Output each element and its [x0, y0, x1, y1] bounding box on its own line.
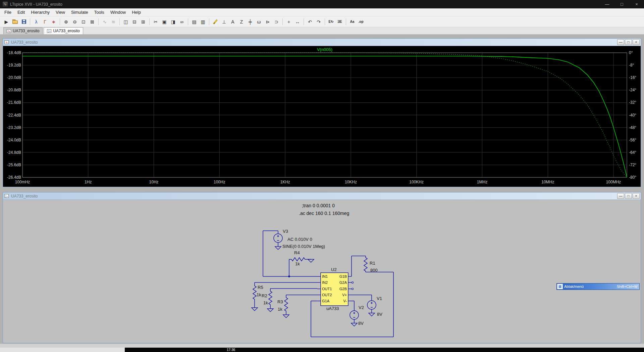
waveform-tab-icon: ∿ [7, 29, 11, 33]
print-preview-icon[interactable]: ▥ [199, 17, 207, 26]
menu-item-window[interactable]: Window [107, 8, 129, 16]
v2-value-label[interactable]: 8V [358, 321, 364, 326]
r3-value-label[interactable]: 1k [278, 307, 282, 312]
plot-restore-button[interactable]: □ [625, 39, 632, 45]
plot-settings-icon[interactable]: ∿ [100, 17, 109, 26]
menu-item-help[interactable]: Help [129, 8, 144, 16]
autorange-icon[interactable]: ≋ [109, 17, 118, 26]
u2-pin-right-4: V- [343, 299, 347, 303]
v1-value-label[interactable]: 8V [377, 312, 382, 317]
r1-ref-label[interactable]: R1 [370, 261, 375, 266]
waveform-plot-canvas[interactable]: -18.4dB-19.2dB-20.0dB-20.8dB-21.6dB-22.4… [3, 46, 641, 187]
save-icon[interactable] [19, 17, 28, 26]
trace-magnitude[interactable] [22, 56, 627, 177]
rotate-icon[interactable]: E↻ [327, 17, 335, 26]
schem-restore-button[interactable]: □ [625, 193, 632, 199]
mirror-icon[interactable]: ƎE [335, 17, 344, 26]
schem-minimize-button[interactable]: — [617, 193, 624, 199]
toolbar-separator [209, 18, 209, 25]
plot-close-button[interactable]: × [633, 39, 640, 45]
r4-ref-label[interactable]: R4 [294, 250, 300, 255]
menu-item-hierarchy[interactable]: Hierarchy [28, 8, 53, 16]
resistor-icon[interactable]: Z [237, 17, 246, 26]
zoom-area-icon[interactable]: ⊠ [88, 17, 97, 26]
label-net-icon[interactable]: A [228, 17, 237, 26]
waveform-window-icon: ∿ [4, 40, 9, 44]
move-icon[interactable]: + [284, 17, 293, 26]
wire-icon[interactable] [211, 17, 220, 26]
waveform-window-titlebar[interactable]: ∿ UA733_erosito — □ × [3, 39, 641, 46]
copy-icon[interactable]: ▣ [160, 17, 169, 26]
tab-2-schematic[interactable]: ▷UA733_erosito [44, 27, 83, 34]
text-icon[interactable]: Aa [348, 17, 357, 26]
drag-icon[interactable]: ↔ [293, 17, 302, 26]
menu-item-edit[interactable]: Edit [14, 8, 28, 16]
zoom-in-icon[interactable]: ⊕ [62, 17, 70, 26]
diode-icon[interactable]: ⊳ [263, 17, 272, 26]
v2-ref-label[interactable]: V2 [359, 305, 364, 310]
tile-horizontal-icon[interactable]: ⊟ [130, 17, 139, 26]
titlebar[interactable]: ∿ LTspice XVII - UA733_erosito — □ × [0, 0, 644, 8]
r3-ref-label[interactable]: R3 [277, 299, 283, 304]
plot-minimize-button[interactable]: — [617, 39, 624, 45]
vsource-v3[interactable] [274, 234, 282, 243]
menu-item-simulate[interactable]: Simulate [68, 8, 91, 16]
u2-ref-label[interactable]: U2 [331, 267, 337, 272]
zoom-out-icon[interactable]: ⊖ [70, 17, 79, 26]
tile-vertical-icon[interactable]: ◫ [121, 17, 130, 26]
resistor-r4[interactable] [291, 258, 305, 261]
v1-ref-label[interactable]: V1 [377, 296, 382, 301]
spice-directive-icon[interactable]: .op [357, 17, 365, 26]
run-icon[interactable]: ▶ [2, 17, 11, 26]
v3-ref-label[interactable]: V3 [283, 229, 288, 234]
tab-1-waveform[interactable]: ∿UA733_erosito [3, 27, 43, 34]
open-icon[interactable] [11, 17, 19, 26]
zoom-fit-icon[interactable]: ⊡ [79, 17, 88, 26]
menu-item-view[interactable]: View [53, 8, 68, 16]
resistor-r2[interactable] [269, 291, 272, 305]
paste-icon[interactable]: ◨ [169, 17, 177, 26]
capacitor-icon[interactable]: ╪ [246, 17, 255, 26]
run-man-icon[interactable]: λ [32, 17, 41, 26]
close-button[interactable]: × [629, 0, 644, 8]
r2-ref-label[interactable]: R2 [262, 293, 267, 298]
r2-value-label[interactable]: 1k [263, 300, 268, 305]
maximize-button[interactable]: □ [614, 0, 629, 8]
schematic-canvas[interactable]: ▦ Ablak/menü Shift+Ctrl+W IN1G1BIN2G2AOU… [3, 200, 641, 343]
menu-item-tools[interactable]: Tools [91, 8, 107, 16]
r1-value-label[interactable]: 800 [370, 268, 378, 273]
resistor-r5[interactable] [253, 286, 256, 299]
schem-close-button[interactable]: × [633, 193, 640, 199]
halt-icon[interactable]: ∗ [49, 17, 58, 26]
v3-value-sine[interactable]: SINE(0 0.010V 1Meg) [282, 244, 325, 249]
progress-bar[interactable] [0, 348, 125, 352]
vsource-v1[interactable] [367, 301, 376, 309]
directive-ac[interactable]: .ac dec 160 0.1 160meg [299, 211, 349, 216]
control-panel-icon[interactable]: Γ [41, 17, 49, 26]
inductor-icon[interactable]: ω [255, 17, 263, 26]
chip-u2[interactable]: IN1G1BIN2G2AOUT1G2BOUT2V+G1AV- [317, 273, 354, 306]
menu-item-file[interactable]: File [1, 8, 14, 16]
player-bar[interactable]: 17:36 [0, 348, 644, 352]
u2-part-label[interactable]: uA733 [326, 306, 339, 311]
redo-icon[interactable]: ↷ [314, 17, 323, 26]
minimize-button[interactable]: — [600, 0, 614, 8]
find-icon[interactable]: ∞ [177, 17, 186, 26]
tab-bar: ∿UA733_erosito▷UA733_erosito [0, 27, 644, 35]
vsource-v2[interactable] [350, 311, 359, 319]
directive-tran[interactable]: ;tran 0 0.0001 0 [302, 203, 335, 208]
cut-icon[interactable]: ✂ [151, 17, 160, 26]
schematic-window-titlebar[interactable]: ▷ UA733_erosito — □ × [3, 192, 641, 200]
resistor-r3[interactable] [284, 298, 288, 311]
component-icon[interactable]: ⊃ [272, 17, 281, 26]
print-icon[interactable]: ▤ [190, 17, 199, 26]
ground-icon[interactable]: ⊥ [220, 17, 228, 26]
resistor-r1[interactable] [364, 258, 367, 271]
r4-value-label[interactable]: 1k [295, 261, 300, 266]
cascade-windows-icon[interactable]: ⊞ [139, 17, 148, 26]
r5-ref-label[interactable]: R5 [258, 285, 263, 290]
trace-label[interactable]: V(n005) [22, 47, 627, 52]
r5-value-label[interactable]: 1k [257, 292, 261, 297]
v3-value-ac[interactable]: AC 0.010V 0 [287, 237, 312, 242]
undo-icon[interactable]: ↶ [306, 17, 314, 26]
